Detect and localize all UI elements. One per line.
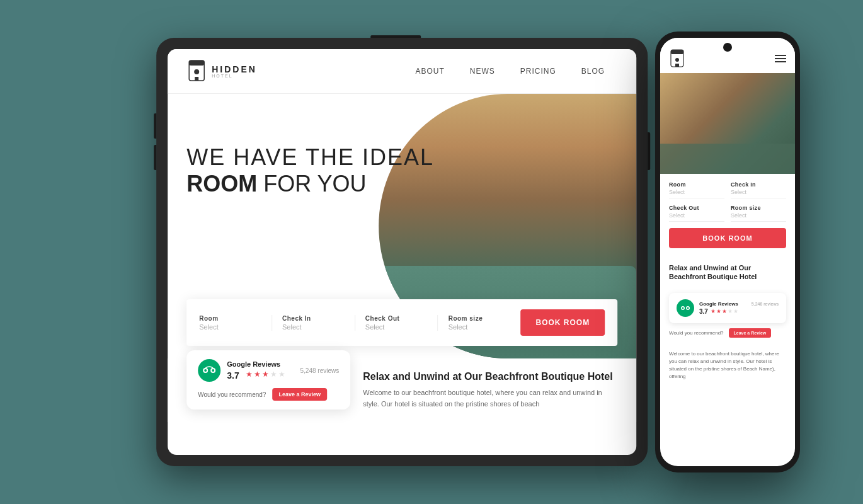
phone-roomsize-value[interactable]: Select — [731, 212, 786, 222]
roomsize-label: Room size — [449, 315, 511, 322]
brand-name: HIDDEN — [212, 65, 257, 74]
nav-blog[interactable]: BLOG — [581, 67, 605, 76]
logo-area: HIDDEN HOTEL — [186, 59, 257, 83]
svg-point-10 — [675, 58, 679, 62]
site-header: HIDDEN HOTEL ABOUT NEWS PRICING BLOG — [168, 49, 636, 94]
review-count: 5,248 reviews — [300, 367, 339, 374]
book-room-button[interactable]: BOOK ROOM — [521, 309, 605, 336]
checkout-value[interactable]: Select — [365, 323, 428, 331]
phone-star-1: ★ — [711, 308, 716, 314]
svg-rect-3 — [195, 77, 198, 81]
review-bottom: Would you recommend? Leave a Review — [198, 388, 339, 401]
phone-field-roomsize: Room size Select — [731, 205, 786, 222]
roomsize-value[interactable]: Select — [449, 323, 511, 331]
leave-review-button[interactable]: Leave a Review — [272, 388, 327, 401]
review-source-label: Google Reviews — [227, 360, 285, 368]
booking-field-room: Room Select — [199, 315, 272, 331]
hamburger-line-2 — [775, 58, 786, 59]
logo-icon — [186, 59, 207, 83]
phone-room-label: Room — [669, 181, 724, 188]
star-1: ★ — [246, 370, 253, 379]
svg-point-15 — [687, 307, 689, 309]
logo-text: HIDDEN HOTEL — [212, 65, 257, 78]
phone-review-count: 5,248 reviews — [752, 302, 779, 306]
phone-tripadvisor-icon — [677, 299, 694, 317]
phone-star-3: ★ — [722, 308, 727, 314]
phone-booking-grid: Room Select Check In Select Check Out Se… — [669, 181, 786, 222]
review-stars: ★ ★ ★ ★ ★ — [246, 370, 285, 379]
phone-checkin-value[interactable]: Select — [731, 189, 786, 198]
hamburger-line-3 — [775, 61, 786, 62]
phone-checkout-label: Check Out — [669, 205, 724, 211]
svg-point-6 — [204, 369, 207, 372]
star-3: ★ — [262, 370, 269, 379]
phone-roomsize-label: Room size — [731, 205, 786, 211]
phone-checkin-label: Check In — [731, 181, 786, 188]
review-top: Google Reviews 3.7 ★ ★ ★ ★ ★ — [198, 359, 339, 382]
section-title: Relax and Unwind at Our Beachfront Bouti… — [363, 371, 617, 382]
tablet-device: HIDDEN HOTEL ABOUT NEWS PRICING BLOG WE … — [156, 38, 648, 466]
tablet-screen: HIDDEN HOTEL ABOUT NEWS PRICING BLOG WE … — [168, 49, 636, 455]
booking-field-roomsize: Room size Select — [438, 315, 521, 331]
svg-point-2 — [194, 69, 199, 74]
review-rating: 3.7 — [227, 370, 239, 381]
phone-body-text: Welcome to our beachfront boutique hotel… — [660, 343, 795, 388]
checkout-label: Check Out — [365, 315, 428, 322]
phone-device: Room Select Check In Select Check Out Se… — [655, 32, 800, 472]
phone-field-room: Room Select — [669, 181, 724, 198]
svg-point-14 — [682, 307, 684, 309]
svg-rect-1 — [189, 60, 204, 66]
phone-review-rating: 3.7 — [699, 308, 708, 315]
phone-star-5: ★ — [733, 308, 738, 314]
room-value[interactable]: Select — [199, 323, 261, 331]
nav-news[interactable]: NEWS — [470, 67, 495, 76]
review-source-block: Google Reviews 3.7 ★ ★ ★ ★ ★ — [227, 360, 285, 381]
star-4: ★ — [270, 370, 277, 379]
checkin-value[interactable]: Select — [282, 323, 345, 331]
star-2: ★ — [254, 370, 261, 379]
phone-star-2: ★ — [716, 308, 721, 314]
phone-leave-review-button[interactable]: Leave a Review — [729, 328, 772, 338]
svg-rect-11 — [675, 64, 679, 67]
hero-text: WE HAVE THE IDEAL ROOM FOR YOU — [186, 144, 434, 197]
room-label: Room — [199, 315, 261, 322]
phone-booking: Room Select Check In Select Check Out Se… — [660, 174, 795, 256]
hero-title-line2: ROOM FOR YOU — [186, 171, 434, 197]
phone-recommend-row: Would you recommend? Leave a Review — [669, 328, 786, 338]
svg-rect-9 — [671, 50, 683, 54]
phone-book-room-button[interactable]: BOOK ROOM — [669, 228, 786, 248]
phone-description: Relax and Unwind at Our Beachfront Bouti… — [660, 256, 795, 293]
phone-logo-icon — [669, 49, 685, 68]
tablet-side-button-1 — [154, 113, 156, 139]
checkin-label: Check In — [282, 315, 345, 322]
recommend-text: Would you recommend? — [198, 391, 266, 398]
hero-title-bold: ROOM — [186, 171, 257, 197]
phone-star-4: ★ — [728, 308, 733, 314]
tablet-website: HIDDEN HOTEL ABOUT NEWS PRICING BLOG WE … — [168, 49, 636, 455]
below-fold: Google Reviews 3.7 ★ ★ ★ ★ ★ — [168, 358, 636, 422]
phone-review-card: Google Reviews 5,248 reviews 3.7 ★ ★ ★ ★… — [669, 293, 786, 323]
svg-point-7 — [212, 369, 214, 372]
phone-screen: Room Select Check In Select Check Out Se… — [660, 38, 795, 466]
review-card: Google Reviews 3.7 ★ ★ ★ ★ ★ — [186, 350, 350, 410]
hero-title-line1: WE HAVE THE IDEAL — [186, 144, 434, 171]
hero-title-rest: FOR YOU — [257, 171, 366, 197]
hamburger-line-1 — [775, 55, 786, 56]
phone-review-source: Google Reviews — [699, 301, 738, 307]
hamburger-menu[interactable] — [775, 55, 786, 62]
hero-section: WE HAVE THE IDEAL ROOM FOR YOU Room Sele… — [168, 94, 636, 358]
phone-desc-title: Relax and Unwind at Our Beachfront Bouti… — [669, 263, 786, 282]
phone-camera — [723, 43, 732, 52]
site-nav: ABOUT NEWS PRICING BLOG — [415, 67, 605, 76]
tripadvisor-icon — [198, 359, 220, 382]
phone-body-paragraph: Welcome to our beachfront boutique hotel… — [669, 350, 786, 381]
phone-checkout-value[interactable]: Select — [669, 212, 724, 222]
star-5: ★ — [278, 370, 285, 379]
phone-hero-image — [660, 73, 795, 174]
phone-room-value[interactable]: Select — [669, 189, 724, 198]
phone-review-stars: ★ ★ ★ ★ ★ — [711, 308, 738, 314]
nav-about[interactable]: ABOUT — [415, 67, 444, 76]
booking-bar: Room Select Check In Select Check Out Se… — [186, 299, 617, 346]
phone-review-info: Google Reviews 5,248 reviews 3.7 ★ ★ ★ ★… — [699, 301, 779, 315]
nav-pricing[interactable]: PRICING — [520, 67, 556, 76]
